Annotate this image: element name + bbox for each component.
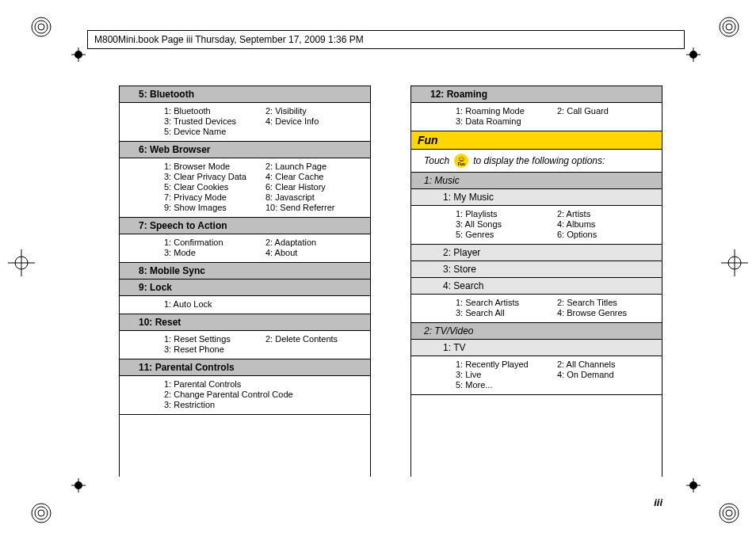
- note-text: Touch: [424, 155, 449, 166]
- menu-items: 1: Reset Settings2: Delete Contents3: Re…: [120, 331, 370, 359]
- menu-heading: 1: My Music: [411, 189, 662, 206]
- menu-items: 1: Roaming Mode2: Call Guard3: Data Roam…: [411, 103, 662, 131]
- note-text: to display the following options:: [473, 155, 605, 166]
- menu-item: 1: Auto Lock: [164, 299, 364, 309]
- svg-point-8: [38, 510, 44, 516]
- menu-item: 3: Search All: [456, 308, 554, 318]
- crop-mark-icon: [721, 249, 748, 276]
- menu-item: 4: On Demand: [557, 370, 655, 379]
- menu-item: 1: Browser Mode: [164, 162, 262, 171]
- menu-item: 9: Show Images: [164, 203, 262, 212]
- menu-item: 3: All Songs: [456, 219, 554, 229]
- menu-item: 6: Clear History: [265, 182, 364, 192]
- menu-item: 1: Reset Settings: [164, 334, 262, 344]
- page-header: M800Mini.book Page iii Thursday, Septemb…: [87, 30, 685, 49]
- menu-items: 1: Search Artists2: Search Titles3: Sear…: [411, 295, 662, 323]
- header-text: M800Mini.book Page iii Thursday, Septemb…: [94, 34, 364, 45]
- menu-item: 5: Device Name: [164, 127, 262, 136]
- menu-column-left: 5: Bluetooth1: Bluetooth2: Visibility3: …: [119, 86, 371, 477]
- menu-items: 1: Browser Mode2: Launch Page3: Clear Pr…: [120, 158, 370, 218]
- menu-item: 1: Playlists: [456, 209, 554, 219]
- crop-mark-icon: [71, 48, 86, 62]
- menu-item: 1: Parental Controls: [164, 379, 364, 389]
- menu-item: 2: Launch Page: [265, 162, 364, 171]
- menu-item: 3: Reset Phone: [164, 344, 262, 354]
- menu-item: 1: Bluetooth: [164, 106, 262, 116]
- menu-item: 5: More...: [456, 380, 554, 390]
- svg-point-26: [74, 481, 82, 489]
- menu-items: 1: Playlists2: Artists3: All Songs4: Alb…: [411, 206, 662, 245]
- menu-item: 3: Clear Privacy Data: [164, 172, 262, 181]
- menu-item: 4: Device Info: [265, 116, 364, 126]
- crop-mark-icon: [71, 478, 86, 492]
- menu-heading: 11: Parental Controls: [120, 359, 370, 376]
- menu-item: 4: About: [265, 248, 364, 257]
- menu-item: 3: Trusted Devices: [164, 116, 262, 126]
- svg-point-4: [723, 21, 735, 33]
- menu-heading: 9: Lock: [120, 280, 370, 296]
- registration-mark-icon: [718, 16, 740, 38]
- crop-mark-icon: [686, 48, 701, 62]
- svg-point-29: [689, 481, 697, 489]
- menu-item: 6: Options: [557, 230, 655, 239]
- menu-heading: 2: TV/Video: [411, 323, 662, 340]
- menu-heading: 4: Search: [411, 278, 662, 295]
- menu-item: 5: Clear Cookies: [164, 182, 262, 192]
- menu-item: 3: Mode: [164, 248, 262, 257]
- menu-items: 1: Auto Lock: [120, 296, 370, 314]
- registration-mark-icon: [30, 502, 52, 524]
- menu-item: 5: Genres: [456, 230, 554, 239]
- svg-point-11: [726, 510, 732, 516]
- menu-item: 7: Privacy Mode: [164, 192, 262, 202]
- crop-mark-icon: [686, 478, 701, 492]
- menu-heading: 2: Player: [411, 245, 662, 261]
- menu-column-right: 12: Roaming1: Roaming Mode2: Call Guard3…: [410, 86, 662, 477]
- menu-item: 1: Recently Played: [456, 359, 554, 369]
- menu-item: 10: Send Referrer: [265, 203, 364, 212]
- menu-heading: 7: Speech to Action: [120, 218, 370, 234]
- menu-item: 4: Browse Genres: [557, 308, 655, 318]
- menu-heading: 1: TV: [411, 340, 662, 356]
- menu-items: 1: Parental Controls2: Change Parental C…: [120, 376, 370, 415]
- instruction-note: TouchFunto display the following options…: [411, 150, 662, 173]
- menu-item: 3: Live: [456, 370, 554, 379]
- page-number: iii: [654, 496, 662, 508]
- svg-point-2: [38, 24, 44, 30]
- menu-item: 2: Artists: [557, 209, 655, 219]
- menu-items: 1: Confirmation2: Adaptation3: Mode4: Ab…: [120, 234, 370, 263]
- menu-item: 1: Search Artists: [456, 298, 554, 307]
- svg-point-23: [689, 51, 697, 59]
- menu-item: 2: Visibility: [265, 106, 364, 116]
- svg-point-5: [726, 24, 732, 30]
- registration-mark-icon: [30, 16, 52, 38]
- menu-item: 2: Change Parental Control Code: [164, 390, 364, 399]
- menu-items: 1: Bluetooth2: Visibility3: Trusted Devi…: [120, 103, 370, 142]
- menu-item: 2: Call Guard: [557, 106, 655, 116]
- menu-item: 3: Data Roaming: [456, 116, 554, 126]
- category-heading: Fun: [411, 131, 662, 150]
- menu-item: 2: Delete Contents: [265, 334, 364, 344]
- menu-items: 1: Recently Played2: All Channels3: Live…: [411, 356, 662, 395]
- menu-heading: 8: Mobile Sync: [120, 263, 370, 280]
- svg-point-20: [74, 51, 82, 59]
- svg-point-10: [723, 507, 735, 519]
- menu-item: 8: Javascript: [265, 192, 364, 202]
- fun-icon: Fun: [454, 154, 468, 168]
- menu-item: 1: Confirmation: [164, 238, 262, 247]
- menu-item: 4: Clear Cache: [265, 172, 364, 181]
- menu-item: 4: Albums: [557, 219, 655, 229]
- registration-mark-icon: [718, 502, 740, 524]
- menu-item: 2: Search Titles: [557, 298, 655, 307]
- svg-point-1: [35, 21, 48, 33]
- menu-item: 1: Roaming Mode: [456, 106, 554, 116]
- menu-item: 2: All Channels: [557, 359, 655, 369]
- menu-heading: 12: Roaming: [411, 86, 662, 103]
- menu-item: 3: Restriction: [164, 400, 364, 409]
- svg-point-7: [35, 507, 48, 519]
- crop-mark-icon: [8, 249, 35, 276]
- menu-item: 2: Adaptation: [265, 238, 364, 247]
- menu-heading: 5: Bluetooth: [120, 86, 370, 103]
- menu-heading: 10: Reset: [120, 314, 370, 331]
- menu-heading: 3: Store: [411, 261, 662, 278]
- menu-heading: 1: Music: [411, 173, 662, 189]
